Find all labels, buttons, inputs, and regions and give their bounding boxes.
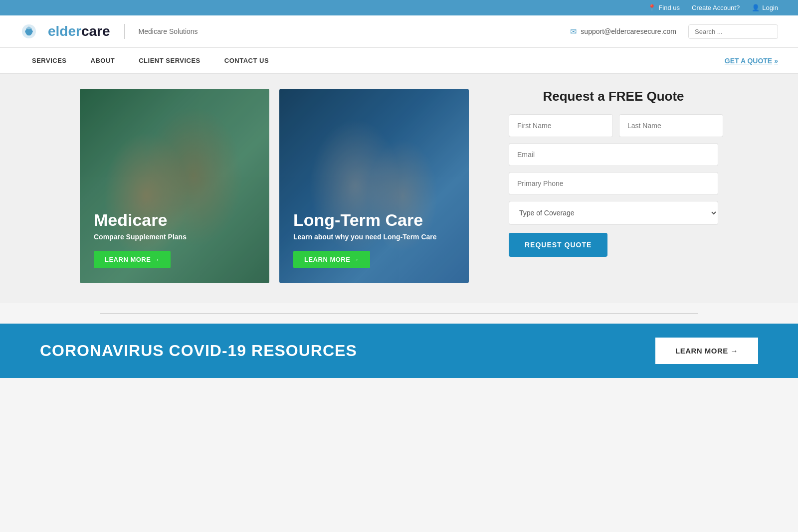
ltc-learn-more-button[interactable]: LEARN MORE → xyxy=(293,251,370,268)
nav-client-services[interactable]: CLIENT SERVICES xyxy=(127,48,212,73)
form-title: Request a FREE Quote xyxy=(509,89,718,104)
request-quote-button[interactable]: REQUEST QUOTE xyxy=(509,233,607,257)
cards-area: Medicare Compare Supplement Plans LEARN … xyxy=(80,89,494,283)
find-us-link[interactable]: 📍 Find us xyxy=(648,4,680,11)
content-row: Medicare Compare Supplement Plans LEARN … xyxy=(70,89,728,283)
main-content: Medicare Compare Supplement Plans LEARN … xyxy=(0,74,798,303)
find-us-label: Find us xyxy=(658,4,680,11)
coverage-select[interactable]: Type of Coverage Medicare Supplement Med… xyxy=(509,201,718,225)
nav-contact-us[interactable]: CONTACT US xyxy=(212,48,281,73)
email-area: ✉ support@eldercaresecure.com xyxy=(570,27,676,36)
email-text: support@eldercaresecure.com xyxy=(581,27,676,35)
ltc-title: Long-Term Care xyxy=(293,210,437,230)
header: eldercare Medicare Solutions ✉ support@e… xyxy=(0,15,798,48)
ltc-content: Long-Term Care Learn about why you need … xyxy=(293,210,437,268)
ltc-card: Long-Term Care Learn about why you need … xyxy=(279,89,469,283)
medicare-subtitle: Compare Supplement Plans xyxy=(94,233,187,241)
logo-elder: elder xyxy=(48,23,81,39)
login-link[interactable]: 👤 Login xyxy=(752,4,778,11)
ltc-subtitle: Learn about why you need Long-Term Care xyxy=(293,233,437,241)
last-name-field[interactable] xyxy=(619,114,723,137)
logo-divider xyxy=(124,24,125,39)
top-bar: 📍 Find us Create Account? 👤 Login xyxy=(0,0,798,15)
nav-services[interactable]: SERVICES xyxy=(20,48,79,73)
tagline: Medicare Solutions xyxy=(139,27,198,35)
covid-learn-more-button[interactable]: LEARN MORE → xyxy=(655,338,758,364)
login-label: Login xyxy=(762,4,778,11)
medicare-card: Medicare Compare Supplement Plans LEARN … xyxy=(80,89,269,283)
name-row xyxy=(509,114,718,137)
covid-banner: CORONAVIRUS COVID-19 RESOURCES LEARN MOR… xyxy=(0,324,798,378)
email-field[interactable] xyxy=(509,143,718,166)
search-input[interactable] xyxy=(688,24,778,39)
divider-section xyxy=(80,313,718,314)
medicare-content: Medicare Compare Supplement Plans LEARN … xyxy=(94,210,187,268)
create-account-label: Create Account? xyxy=(692,4,740,11)
covid-title: CORONAVIRUS COVID-19 RESOURCES xyxy=(40,342,357,360)
nav-about[interactable]: ABOUT xyxy=(79,48,127,73)
first-name-field[interactable] xyxy=(509,114,613,137)
logo-care: care xyxy=(81,23,110,39)
logo-text: eldercare xyxy=(48,23,110,39)
pin-icon: 📍 xyxy=(648,4,656,11)
user-icon: 👤 xyxy=(752,4,760,11)
eldercare-logo-icon xyxy=(20,22,38,40)
email-icon: ✉ xyxy=(570,27,577,36)
nav-links: SERVICES ABOUT CLIENT SERVICES CONTACT U… xyxy=(20,48,281,73)
medicare-learn-more-button[interactable]: LEARN MORE → xyxy=(94,251,171,268)
quote-form-area: Request a FREE Quote Type of Coverage Me… xyxy=(509,89,718,257)
header-right: ✉ support@eldercaresecure.com xyxy=(570,24,778,39)
medicare-title: Medicare xyxy=(94,210,187,230)
logo-area: eldercare Medicare Solutions xyxy=(20,22,198,40)
get-quote-label: GET A QUOTE xyxy=(725,57,772,65)
get-quote-arrows: » xyxy=(774,57,778,65)
create-account-link[interactable]: Create Account? xyxy=(692,4,740,11)
get-quote-link[interactable]: GET A QUOTE » xyxy=(725,57,778,65)
divider-line xyxy=(100,313,698,314)
main-nav: SERVICES ABOUT CLIENT SERVICES CONTACT U… xyxy=(0,48,798,74)
phone-field[interactable] xyxy=(509,172,718,195)
